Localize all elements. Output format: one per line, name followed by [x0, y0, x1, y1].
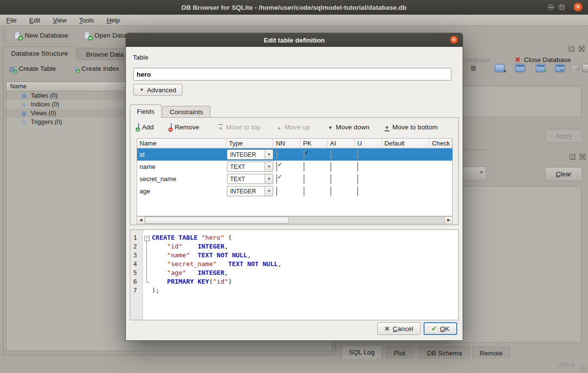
pk-checkbox[interactable] [304, 174, 304, 184]
sql-preview-editor[interactable]: 1CREATE TABLE "hero" (2 "id" INTEGER,3 "… [130, 229, 459, 320]
fields-horizontal-scrollbar[interactable]: ◀ ▶ [137, 216, 453, 224]
column-header-ai[interactable]: AI [328, 139, 355, 148]
dock2-float-icon[interactable] [569, 154, 575, 160]
new-database-icon: + [13, 31, 21, 40]
menu-help[interactable]: Help [101, 15, 126, 26]
u-checkbox[interactable] [357, 150, 358, 159]
dock-separator-handle[interactable] [462, 149, 490, 151]
ai-checkbox[interactable] [330, 174, 331, 184]
fold-marker [143, 287, 152, 295]
toolbar-drag-handle[interactable] [2, 29, 6, 42]
field-name-cell[interactable]: id [137, 151, 226, 158]
new-database-button[interactable]: + New Database [13, 31, 68, 40]
field-row-secret-name[interactable]: secret_nameTEXT▼ [137, 173, 452, 185]
field-name-cell[interactable]: age [137, 187, 226, 195]
sql-line: 2 "id" INTEGER, [130, 243, 458, 251]
field-name-cell[interactable]: name [137, 163, 226, 170]
dock2-close-icon[interactable] [580, 154, 586, 160]
column-header-u[interactable]: U [355, 139, 382, 148]
chevron-down-icon: ▼ [264, 174, 273, 184]
type-dropdown[interactable]: INTEGER▼ [227, 186, 273, 196]
ok-button[interactable]: ✔ OK [424, 322, 457, 335]
scroll-left-icon[interactable]: ◀ [137, 217, 145, 224]
create-index-button[interactable]: ◈+ Create Index [73, 65, 119, 72]
close-window-button[interactable]: ✕ [573, 2, 583, 12]
save-cell-icon[interactable] [515, 64, 525, 72]
export-cell-icon[interactable]: ➤ [536, 64, 546, 72]
scrollbar-thumb[interactable] [145, 217, 289, 224]
fold-marker [143, 243, 152, 251]
close-database-button[interactable]: ✖ Close Database [515, 56, 571, 63]
maximize-button[interactable]: ▢ [557, 2, 567, 12]
pk-checkbox[interactable] [304, 162, 304, 171]
column-header-pk[interactable]: PK [301, 139, 328, 148]
column-header-nn[interactable]: NN [273, 139, 301, 148]
nn-checkbox[interactable] [276, 174, 277, 184]
cancel-button[interactable]: ✖ Cancel [377, 322, 421, 335]
tab-constraints[interactable]: Constraints [162, 106, 210, 118]
ai-checkbox[interactable] [330, 162, 331, 171]
menu-tools[interactable]: Tools [73, 15, 100, 26]
pk-checkbox[interactable] [304, 186, 304, 196]
field-row-id[interactable]: idINTEGER▼ [137, 148, 452, 161]
ai-checkbox[interactable] [330, 186, 331, 196]
tab-plot[interactable]: Plot [386, 347, 412, 359]
tab-fields[interactable]: Fields [130, 104, 162, 118]
tab-remote[interactable]: Remote [472, 347, 510, 359]
u-checkbox[interactable] [357, 174, 358, 184]
log-filter-dropdown[interactable] [462, 166, 486, 181]
type-dropdown[interactable]: TEXT▼ [227, 174, 273, 184]
sql-line: 3 "name" TEXT NOT NULL, [130, 251, 458, 260]
type-dropdown[interactable]: TEXT▼ [227, 162, 273, 172]
column-header-type[interactable]: Type [226, 139, 273, 148]
ai-checkbox[interactable] [330, 150, 331, 159]
print-cell-icon[interactable] [582, 64, 588, 72]
field-row-age[interactable]: ageINTEGER▼ [137, 185, 452, 197]
nn-checkbox[interactable] [276, 150, 277, 159]
column-header-name[interactable]: Name [137, 139, 226, 148]
remove-button[interactable]: −Remove [171, 122, 199, 132]
clear-log-button[interactable]: Clear [545, 167, 582, 181]
tab-browse-data[interactable]: Browse Data [77, 48, 133, 60]
column-header-check[interactable]: Check [429, 139, 452, 148]
dock-close-icon[interactable] [579, 46, 585, 52]
fold-marker [143, 260, 152, 269]
apply-button[interactable]: Apply [545, 129, 582, 143]
move-to-bottom-button[interactable]: ▼Move to bottom [385, 122, 438, 132]
field-name-cell[interactable]: secret_name [137, 175, 226, 183]
fold-marker[interactable] [143, 234, 152, 243]
nn-checkbox[interactable] [276, 186, 277, 196]
dock-float-icon[interactable] [568, 46, 574, 52]
menu-edit[interactable]: Edit [23, 15, 46, 26]
cell-mode-icon[interactable]: ≣ [470, 64, 476, 72]
table-name-input[interactable] [133, 68, 451, 81]
u-checkbox[interactable] [357, 162, 358, 171]
cell-editor-textarea[interactable] [462, 86, 582, 117]
dialog-close-icon[interactable]: ✕ [450, 36, 458, 44]
create-table-button[interactable]: ▦+ Create Table [9, 65, 56, 72]
import-text-icon[interactable]: ▾ [495, 64, 505, 72]
set-null-icon[interactable]: ⊖ [571, 64, 579, 70]
tab-db-schema[interactable]: DB Schema [420, 347, 469, 359]
move-down-button[interactable]: ▼Move down [328, 122, 369, 132]
move-up-button[interactable]: ▲Move up [277, 122, 310, 132]
view-icon: ▣ [20, 110, 28, 116]
scroll-right-icon[interactable]: ▶ [445, 217, 452, 224]
tab-database-structure[interactable]: Database Structure [3, 46, 76, 60]
column-header-default[interactable]: Default [382, 139, 429, 148]
nn-checkbox[interactable] [276, 162, 277, 171]
move-bottom-icon: ▼ [385, 124, 389, 131]
link-cell-icon[interactable]: ∞ [555, 64, 565, 72]
menu-file[interactable]: File [0, 15, 23, 26]
advanced-button[interactable]: ▼ Advanced [133, 84, 182, 96]
minimize-button[interactable]: — [547, 2, 556, 12]
menu-view[interactable]: View [46, 15, 73, 26]
u-checkbox[interactable] [357, 186, 358, 196]
field-row-name[interactable]: nameTEXT▼ [137, 161, 452, 173]
type-dropdown[interactable]: INTEGER▼ [227, 149, 273, 160]
resize-grip[interactable] [581, 366, 587, 372]
pk-checkbox[interactable] [304, 150, 304, 159]
add-button[interactable]: +Add [138, 122, 154, 132]
move-to-top-button[interactable]: ▲Move to top [218, 122, 260, 132]
tab-sql-log[interactable]: SQL Log [342, 345, 382, 359]
